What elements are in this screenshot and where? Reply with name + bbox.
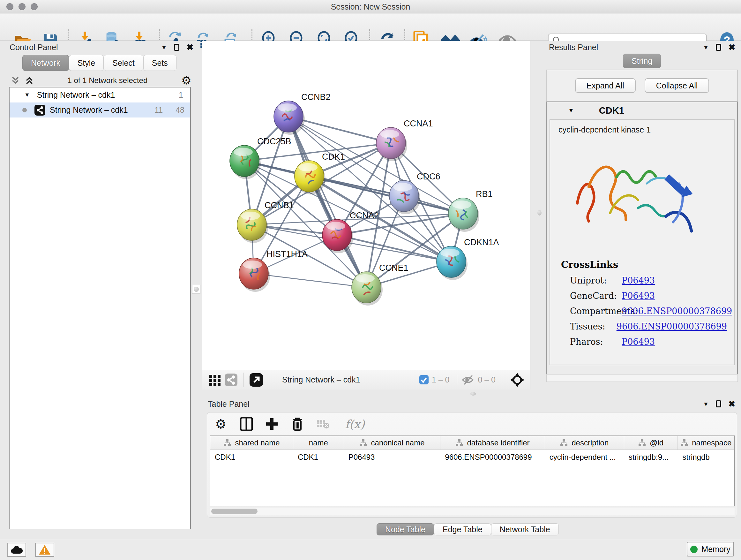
tab-select[interactable]: Select — [104, 55, 143, 71]
control-panel-close-icon[interactable]: ✖ — [186, 43, 193, 51]
network-node-ccnb1[interactable]: CCNB1 — [237, 200, 294, 243]
delete-column-trash-icon[interactable] — [289, 416, 306, 432]
show-columns-icon[interactable] — [239, 416, 254, 432]
memory-label: Memory — [701, 545, 730, 554]
network-status-dot — [22, 108, 27, 112]
results-panel-float-icon[interactable] — [716, 44, 721, 51]
table-cell[interactable]: cyclin-dependent ... — [545, 450, 624, 464]
collapse-all-networks-icon[interactable] — [11, 76, 20, 85]
table-cell[interactable]: CDK1 — [210, 450, 293, 464]
column-header-canonical-name[interactable]: canonical name — [344, 436, 441, 449]
network-node-rb1[interactable]: RB1 — [448, 189, 493, 232]
node-table[interactable]: shared namenamecanonical namedatabase id… — [210, 435, 735, 506]
network-node-cdkn1a[interactable]: CDKN1A — [436, 238, 499, 280]
network-options-gear-icon[interactable]: ⚙ — [181, 75, 192, 86]
control-panel-float-icon[interactable] — [174, 44, 179, 51]
crosslink-label: Pharos: — [561, 337, 622, 347]
collection-expand-icon[interactable]: ▼ — [24, 91, 30, 98]
expand-all-button[interactable]: Expand All — [575, 78, 636, 93]
table-options-gear-icon[interactable]: ⚙ — [213, 416, 229, 432]
window-title: Session: New Session — [0, 2, 741, 11]
cloud-status-button[interactable] — [7, 543, 26, 557]
delete-table-icon[interactable] — [315, 416, 331, 432]
column-header-shared-name[interactable]: shared name — [210, 436, 293, 449]
open-in-new-window-icon[interactable] — [248, 372, 264, 388]
network-selection-status: 1 of 1 Network selected — [34, 76, 181, 85]
crosslinks-heading: CrossLinks — [561, 259, 727, 270]
network-edge-CCNB2-CCNE1[interactable] — [288, 117, 366, 287]
crosslink-value-link[interactable]: 9606.ENSP00000378699 — [616, 321, 727, 331]
table-panel-float-icon[interactable] — [716, 400, 721, 408]
warning-icon — [39, 544, 51, 555]
tab-sets[interactable]: Sets — [143, 55, 177, 71]
table-panel-menu-icon[interactable]: ▼ — [703, 401, 709, 407]
tab-network-table[interactable]: Network Table — [491, 523, 559, 536]
table-horizontal-scrollbar[interactable] — [210, 508, 735, 515]
memory-button[interactable]: Memory — [687, 542, 734, 557]
table-row[interactable]: CDK1CDK1P064939606.ENSP00000378699cyclin… — [210, 450, 734, 464]
table-cell[interactable]: stringdb — [678, 450, 734, 464]
bottom-splitter-handle[interactable] — [470, 392, 476, 395]
gene-collapse-icon[interactable]: ▼ — [568, 107, 574, 114]
tab-edge-table[interactable]: Edge Table — [434, 523, 491, 536]
column-header-description[interactable]: description — [545, 436, 624, 449]
control-panel-menu-icon[interactable]: ▼ — [161, 44, 167, 51]
birds-eye-grid-icon[interactable] — [207, 372, 223, 388]
hidden-elements-eye-icon[interactable] — [462, 374, 475, 385]
table-panel-close-icon[interactable]: ✖ — [728, 400, 735, 408]
network-share-icon[interactable] — [223, 372, 239, 388]
scrollbar-thumb[interactable] — [211, 509, 258, 514]
network-canvas[interactable]: CCNB2CCNA1CDC25BCDK1CDC6RB1CCNB1CCNA2CDK… — [202, 41, 530, 370]
right-splitter-handle[interactable] — [537, 210, 542, 215]
crosslinks-section: CrossLinks Uniprot:P06493GeneCard:P06493… — [561, 259, 727, 347]
table-cell[interactable]: CDK1 — [293, 450, 344, 464]
table-cell[interactable]: 9606.ENSP00000378699 — [441, 450, 545, 464]
column-header--id[interactable]: @id — [624, 436, 678, 449]
warning-status-button[interactable] — [35, 543, 54, 557]
crosslink-value-link[interactable]: 9606.ENSP00000378699 — [622, 306, 732, 316]
current-network-name: String Network – cdk1 — [282, 375, 419, 384]
center-view-crosshair-icon[interactable] — [510, 373, 524, 387]
control-panel-tabs: Network Style Select Sets — [22, 55, 177, 71]
cloud-icon — [10, 545, 23, 554]
crosslink-value-link[interactable]: P06493 — [622, 275, 655, 286]
network-edge-HIST1H1A-CCNE1[interactable] — [254, 273, 366, 287]
network-node-ccna1[interactable]: CCNA1 — [376, 119, 433, 161]
table-cell[interactable]: P06493 — [344, 450, 441, 464]
left-splitter-handle[interactable] — [192, 285, 200, 294]
crosslink-row: Tissues:9606.ENSP00000378699 — [561, 321, 727, 331]
tab-node-table[interactable]: Node Table — [377, 523, 434, 536]
column-header-namespace[interactable]: namespace — [678, 436, 734, 449]
tab-string-results[interactable]: String — [623, 54, 661, 68]
function-builder-icon[interactable]: f(x) — [340, 416, 369, 432]
crosslink-row: Pharos:P06493 — [561, 337, 727, 347]
table-header-row: shared namenamecanonical namedatabase id… — [210, 436, 734, 450]
column-header-name[interactable]: name — [293, 436, 344, 449]
status-bar: Memory — [0, 539, 741, 560]
network-row[interactable]: String Network – cdk1 11 48 — [10, 103, 190, 118]
network-node-hist1h1a[interactable]: HIST1H1A — [239, 249, 308, 292]
column-header-label: database identifier — [467, 438, 529, 447]
network-node-cdc6[interactable]: CDC6 — [389, 172, 441, 214]
collapse-all-button[interactable]: Collapse All — [645, 78, 710, 93]
network-node-cdc25b[interactable]: CDC25B — [230, 137, 291, 179]
crosslink-label: Uniprot: — [561, 275, 622, 286]
results-horizontal-scrollbar[interactable] — [546, 374, 738, 382]
selected-nodes-checkbox[interactable] — [419, 375, 428, 384]
network-node-ccne1[interactable]: CCNE1 — [352, 263, 408, 306]
gene-header-row[interactable]: ▼ CDK1 — [547, 102, 737, 119]
crosslink-value-link[interactable]: P06493 — [622, 337, 655, 347]
network-graph[interactable]: CCNB2CCNA1CDC25BCDK1CDC6RB1CCNB1CCNA2CDK… — [202, 41, 530, 370]
node-label-rb1: RB1 — [476, 189, 493, 199]
expand-all-networks-icon[interactable] — [25, 76, 34, 85]
network-collection-row[interactable]: ▼ String Network – cdk1 1 — [10, 87, 190, 103]
table-cell[interactable]: stringdb:9... — [624, 450, 678, 464]
results-panel-menu-icon[interactable]: ▼ — [703, 44, 709, 51]
crosslink-value-link[interactable]: P06493 — [622, 291, 655, 301]
crosslink-label: GeneCard: — [561, 291, 622, 301]
tab-style[interactable]: Style — [69, 55, 104, 71]
results-panel-close-icon[interactable]: ✖ — [728, 43, 735, 51]
tab-network[interactable]: Network — [22, 55, 69, 71]
create-column-plus-icon[interactable] — [264, 416, 280, 432]
column-header-database-identifier[interactable]: database identifier — [441, 436, 545, 449]
